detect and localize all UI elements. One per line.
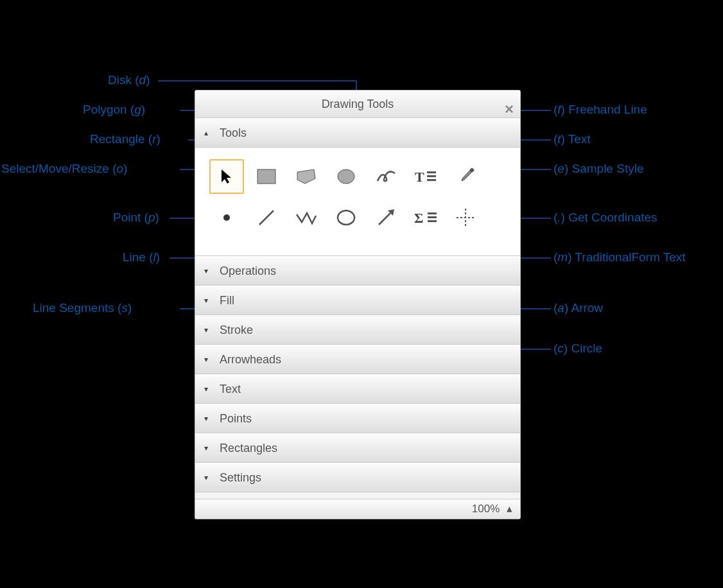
callout-getcoord: (.) Get Coordinates xyxy=(553,211,658,225)
callout-point: Point (p) xyxy=(113,211,159,225)
freehand-icon xyxy=(376,168,396,185)
tool-polygon[interactable] xyxy=(289,159,324,194)
tool-select[interactable] xyxy=(209,159,244,194)
tool-freehand[interactable] xyxy=(369,159,403,194)
callout-select: Select/Move/Resize (o) xyxy=(1,162,127,176)
tool-line[interactable] xyxy=(249,200,284,235)
tool-tradform[interactable]: Σ xyxy=(408,200,443,235)
svg-rect-3 xyxy=(427,171,436,173)
svg-line-10 xyxy=(379,213,390,225)
tool-sample[interactable] xyxy=(448,159,483,194)
panel-title: Drawing Tools xyxy=(322,98,394,110)
rectangle-icon xyxy=(257,169,276,184)
section-arrowheads-label: Arrowheads xyxy=(220,353,281,366)
callout-arrow: (a) Arrow xyxy=(553,301,603,315)
section-points-label: Points xyxy=(220,412,252,425)
section-operations-label: Operations xyxy=(220,264,276,277)
zoom-footer[interactable]: 100% ▴ xyxy=(195,499,520,519)
chevron-down-icon xyxy=(204,434,208,462)
titlebar[interactable]: Drawing Tools × xyxy=(195,91,520,118)
tool-circle[interactable] xyxy=(329,200,363,235)
zoom-value: 100% xyxy=(472,503,500,515)
section-tools-label: Tools xyxy=(220,126,247,139)
callout-rectangle: Rectangle (r) xyxy=(90,132,161,146)
tool-arrow[interactable] xyxy=(369,200,403,235)
svg-point-1 xyxy=(338,169,354,184)
callout-freehand: (f) Freehand Line xyxy=(553,103,647,117)
eyedropper-icon xyxy=(457,168,475,186)
svg-rect-12 xyxy=(428,212,437,214)
svg-line-8 xyxy=(259,211,274,225)
sigma-text-icon: Σ xyxy=(414,210,437,225)
section-text-label: Text xyxy=(220,383,241,395)
tool-disk[interactable] xyxy=(329,159,363,194)
callout-circle: (c) Circle xyxy=(553,342,602,356)
chevron-down-icon xyxy=(204,286,208,315)
section-stroke-label: Stroke xyxy=(220,324,253,336)
section-rectangles-label: Rectangles xyxy=(220,442,277,454)
polygon-icon xyxy=(296,168,317,185)
chevron-down-icon xyxy=(204,316,208,344)
zoom-menu-icon[interactable]: ▴ xyxy=(507,503,512,515)
section-text[interactable]: Text xyxy=(195,374,520,404)
svg-rect-13 xyxy=(428,216,437,218)
callout-disk: Disk (d) xyxy=(108,73,150,87)
disk-icon xyxy=(336,168,356,185)
svg-rect-14 xyxy=(428,220,437,222)
tool-rectangle[interactable] xyxy=(249,159,284,194)
chevron-up-icon xyxy=(204,119,208,147)
callout-sample: (e) Sample Style xyxy=(553,162,643,176)
section-points[interactable]: Points xyxy=(195,404,520,433)
section-arrowheads[interactable]: Arrowheads xyxy=(195,345,520,374)
callout-tradform: (m) TraditionalForm Text xyxy=(553,250,686,264)
chevron-down-icon xyxy=(204,257,208,285)
section-settings-label: Settings xyxy=(220,471,261,484)
svg-text:Σ: Σ xyxy=(414,210,423,225)
callout-polygon: Polygon (g) xyxy=(83,103,145,117)
circle-icon xyxy=(336,209,356,226)
callout-text: (t) Text xyxy=(553,132,591,146)
text-icon: T xyxy=(415,169,437,184)
point-icon xyxy=(220,211,233,224)
cursor-icon xyxy=(218,168,235,185)
arrow-icon xyxy=(376,208,396,227)
section-tools[interactable]: Tools xyxy=(195,118,520,148)
svg-rect-5 xyxy=(427,179,436,181)
svg-rect-0 xyxy=(257,169,275,184)
chevron-down-icon xyxy=(204,463,208,492)
section-fill-label: Fill xyxy=(220,294,234,307)
svg-point-7 xyxy=(223,214,230,221)
line-icon xyxy=(257,208,276,227)
callout-line: Line (l) xyxy=(123,250,160,264)
callout-segments: Line Segments (s) xyxy=(33,301,132,315)
tool-text[interactable]: T xyxy=(408,159,443,194)
chevron-down-icon xyxy=(204,375,208,403)
tool-segments[interactable] xyxy=(289,200,324,235)
chevron-down-icon xyxy=(204,345,208,374)
svg-rect-4 xyxy=(427,175,436,177)
svg-text:T: T xyxy=(415,169,424,184)
chevron-down-icon xyxy=(204,404,208,433)
tool-point[interactable] xyxy=(209,200,244,235)
svg-point-9 xyxy=(338,211,354,225)
segments-icon xyxy=(295,209,317,226)
section-fill[interactable]: Fill xyxy=(195,286,520,315)
crosshair-icon xyxy=(457,209,475,227)
section-settings[interactable]: Settings xyxy=(195,463,520,492)
section-operations[interactable]: Operations xyxy=(195,256,520,286)
drawing-tools-panel: Drawing Tools × Tools xyxy=(195,90,521,519)
tools-body: T xyxy=(195,148,520,256)
section-rectangles[interactable]: Rectangles xyxy=(195,433,520,463)
tool-getcoord[interactable] xyxy=(448,200,483,235)
section-stroke[interactable]: Stroke xyxy=(195,315,520,345)
